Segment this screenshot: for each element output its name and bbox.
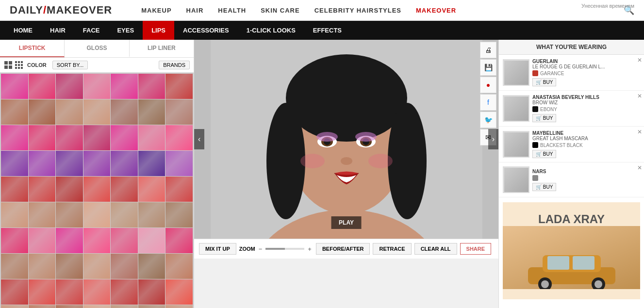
swatch-4-4[interactable]	[111, 177, 138, 202]
tab-lipliner[interactable]: LIP LINER	[130, 40, 194, 57]
swatch-7-5[interactable]	[138, 254, 165, 279]
swatch-2-5[interactable]	[138, 125, 165, 150]
buy-button-0[interactable]: 🛒 BUY	[532, 78, 556, 86]
swatch-3-6[interactable]	[165, 151, 193, 176]
brands-button[interactable]: BRANDS	[159, 61, 190, 69]
swatch-6-1[interactable]	[29, 228, 56, 253]
swatch-4-2[interactable]	[56, 177, 83, 202]
zoom-minus[interactable]: −	[257, 245, 264, 253]
nav-celebrity[interactable]: CELEBRITY HAIRSTYLES	[314, 7, 401, 14]
swatch-1-6[interactable]	[165, 99, 193, 125]
swatch-5-6[interactable]	[165, 202, 193, 227]
swatch-2-2[interactable]	[56, 125, 83, 150]
nav-hair[interactable]: HAIR	[186, 7, 204, 14]
swatch-2-3[interactable]	[83, 125, 111, 150]
swatch-9-6[interactable]	[165, 305, 193, 308]
nav-eyes[interactable]: EYES	[108, 21, 143, 40]
swatch-0-0[interactable]	[1, 74, 28, 99]
zoom-slider[interactable]	[265, 248, 304, 250]
swatch-4-5[interactable]	[138, 177, 165, 202]
swatch-4-6[interactable]	[165, 177, 193, 202]
zoom-plus[interactable]: +	[306, 245, 313, 253]
twitter-icon[interactable]: 🐦	[480, 112, 496, 128]
mix-it-up-button[interactable]: MIX IT UP	[199, 243, 236, 255]
swatch-5-0[interactable]	[1, 202, 28, 227]
nav-home[interactable]: HOME	[5, 21, 41, 40]
close-product-2[interactable]: ✕	[637, 129, 642, 135]
close-product-1[interactable]: ✕	[637, 93, 642, 99]
swatch-5-4[interactable]	[111, 202, 138, 227]
swatch-5-1[interactable]	[29, 202, 56, 227]
nav-1click[interactable]: 1-CLICK LOOKS	[238, 21, 304, 40]
swatch-8-2[interactable]	[56, 279, 83, 305]
swatch-1-4[interactable]	[111, 99, 138, 125]
before-after-button[interactable]: BEFORE/AFTER	[316, 243, 370, 255]
swatch-1-3[interactable]	[83, 99, 111, 125]
swatch-9-4[interactable]	[111, 305, 138, 308]
swatch-3-3[interactable]	[83, 151, 111, 176]
nav-lips[interactable]: LIPS	[143, 21, 174, 40]
swatch-5-3[interactable]	[83, 202, 111, 227]
retrace-button[interactable]: RETRACE	[373, 243, 411, 255]
swatch-6-6[interactable]	[165, 228, 193, 253]
swatch-5-5[interactable]	[138, 202, 165, 227]
swatch-7-0[interactable]	[1, 254, 28, 279]
swatch-4-3[interactable]	[83, 177, 111, 202]
list-view-icon[interactable]	[15, 61, 23, 69]
swatch-8-4[interactable]	[111, 279, 138, 305]
swatch-6-3[interactable]	[83, 228, 111, 253]
facebook-icon[interactable]: f	[480, 94, 496, 111]
swatch-9-1[interactable]	[29, 305, 56, 308]
tab-gloss[interactable]: GLOSS	[65, 40, 129, 57]
swatch-1-0[interactable]	[1, 99, 28, 125]
swatch-3-2[interactable]	[56, 151, 83, 176]
swatch-8-5[interactable]	[138, 279, 165, 305]
swatch-3-4[interactable]	[111, 151, 138, 176]
swatch-7-4[interactable]	[111, 254, 138, 279]
swatch-8-0[interactable]	[1, 279, 28, 305]
swatch-3-5[interactable]	[138, 151, 165, 176]
swatch-2-6[interactable]	[165, 125, 193, 150]
swatch-8-3[interactable]	[83, 279, 111, 305]
pinterest-icon[interactable]: ●	[480, 77, 496, 93]
buy-button-2[interactable]: 🛒 BUY	[532, 150, 556, 158]
close-product-0[interactable]: ✕	[637, 57, 642, 64]
swatch-0-4[interactable]	[111, 74, 138, 99]
nav-accessories[interactable]: ACCESSORIES	[174, 21, 238, 40]
next-image-button[interactable]: ›	[488, 129, 498, 149]
swatch-2-0[interactable]	[1, 125, 28, 150]
nav-makeup[interactable]: MAKEUP	[141, 7, 171, 14]
grid-view-icon[interactable]	[4, 61, 13, 69]
swatch-0-6[interactable]	[165, 74, 193, 99]
buy-button-3[interactable]: 🛒 BUY	[532, 183, 556, 191]
nav-effects[interactable]: EFFECTS	[304, 21, 350, 40]
swatch-3-0[interactable]	[1, 151, 28, 176]
sort-by-button[interactable]: SORT BY...	[52, 61, 88, 69]
nav-hair-main[interactable]: HAIR	[41, 21, 74, 40]
save-icon[interactable]: 💾	[480, 59, 496, 76]
swatch-6-2[interactable]	[56, 228, 83, 253]
nav-health[interactable]: HEALTH	[218, 7, 246, 14]
nav-skincare[interactable]: SKIN CARE	[261, 7, 300, 14]
swatch-7-6[interactable]	[165, 254, 193, 279]
swatch-4-0[interactable]	[1, 177, 28, 202]
close-product-3[interactable]: ✕	[637, 164, 642, 171]
swatch-0-1[interactable]	[29, 74, 56, 99]
swatch-6-0[interactable]	[1, 228, 28, 253]
prev-image-button[interactable]: ‹	[194, 129, 204, 149]
nav-face[interactable]: FACE	[74, 21, 109, 40]
swatch-0-5[interactable]	[138, 74, 165, 99]
swatch-0-3[interactable]	[83, 74, 111, 99]
swatch-1-2[interactable]	[56, 99, 83, 125]
play-button[interactable]: PLAY	[331, 216, 362, 229]
swatch-0-2[interactable]	[56, 74, 83, 99]
swatch-5-2[interactable]	[56, 202, 83, 227]
swatch-2-1[interactable]	[29, 125, 56, 150]
swatch-6-5[interactable]	[138, 228, 165, 253]
swatch-9-3[interactable]	[83, 305, 111, 308]
swatch-3-1[interactable]	[29, 151, 56, 176]
share-button[interactable]: SHARE	[460, 243, 492, 255]
swatch-2-4[interactable]	[111, 125, 138, 150]
tab-lipstick[interactable]: LIPSTICK	[0, 40, 65, 57]
clear-all-button[interactable]: CLEAR ALL	[414, 243, 457, 255]
